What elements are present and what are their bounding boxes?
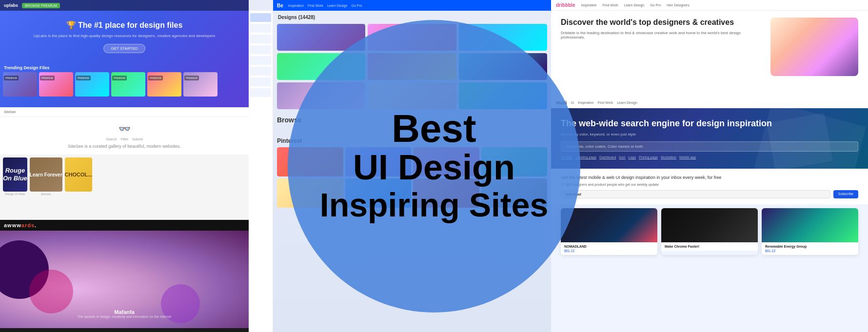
behance-nav-inspiration[interactable]: Inspiration [288, 4, 304, 7]
sitesee-gallery: RougeOn Blue Rouge On Blue Learn Forever… [0, 155, 249, 201]
glasses-icon: 👓 [10, 123, 239, 135]
sitesee-thumb-rouge[interactable]: RougeOn Blue Rouge On Blue [3, 157, 27, 195]
panel-left: uplabs BROWSE PREMIUM 🏆 The #1 place for… [0, 0, 249, 332]
sitesee-search[interactable]: Search [106, 137, 117, 141]
muzli-card[interactable]: Make Chrome Faster! [661, 208, 758, 255]
sitesee-submit[interactable]: Submit [132, 137, 143, 141]
rouge-label: Rouge On Blue [3, 193, 27, 195]
muzli-search-box[interactable]: Keywords, color codes, Color names or bo… [561, 141, 858, 152]
dribbble-nav-hiredesigners[interactable]: Hire Designers [667, 3, 689, 7]
muzli-tag-dashboard[interactable]: Dashboard [599, 156, 616, 159]
sitesee-tagline: SiteSee is a curated gallery of beautifu… [10, 144, 239, 149]
dribbble-nav-inspiration[interactable]: Inspiration [581, 3, 596, 7]
muzli-card-image [661, 208, 758, 242]
behance-nav: Be Inspiration Find Work Learn Design Go… [273, 0, 551, 11]
muzli-card[interactable]: Renewable Energy Group $61.22 [762, 208, 858, 255]
muzli-email-row: Your email Subscribe [561, 190, 858, 198]
panel-right: dribbble Inspiration Find Work Learn Des… [551, 0, 868, 332]
sitesee-header: 👓 Search Filter Submit SiteSee is a cura… [0, 117, 249, 155]
chocol-text: CHOCOL... [65, 172, 93, 177]
screenshot-container: uplabs BROWSE PREMIUM 🏆 The #1 place for… [0, 0, 868, 332]
awwwards-logo: awwwards. [4, 222, 37, 228]
sidebar-item[interactable] [250, 67, 271, 76]
sitesee-search-row: Search Filter Submit [10, 137, 239, 141]
sidebar-item[interactable] [250, 56, 271, 65]
uplabs-card[interactable]: PREMIUM [39, 72, 73, 97]
muzli-card-title: Renewable Energy Group [765, 245, 855, 248]
sidebar-item[interactable] [250, 13, 271, 22]
uplabs-section: uplabs BROWSE PREMIUM 🏆 The #1 place for… [0, 0, 249, 107]
muzli-tag-mobile[interactable]: Mobile app [679, 156, 696, 159]
dribbble-text: Discover the world's top designers & cre… [561, 18, 761, 76]
sidebar-item[interactable] [250, 24, 271, 33]
uplabs-card[interactable]: PREMIUM [111, 72, 145, 97]
card-label: PREMIUM [184, 76, 199, 80]
rouge-on-blue-text: RougeOn Blue [3, 167, 27, 182]
sidebar-item[interactable] [250, 88, 271, 97]
muzli-card-content: NOMADLAND $61.22 [561, 242, 657, 255]
uplabs-hero: 🏆 The #1 place for design files UpLabs i… [0, 11, 249, 58]
muzli-tag-pricing[interactable]: Pricing page [639, 156, 658, 159]
muzli-card-title: NOMADLAND [564, 245, 654, 248]
sitesee-thumb-learn[interactable]: Learn Forever [words] [30, 157, 62, 195]
muzli-tag-logo[interactable]: Logo [629, 156, 636, 159]
muzli-card-image [762, 208, 858, 242]
muzli-nav: Muzli Ui Inspiration Find Work Learn Des… [551, 98, 868, 108]
dribbble-section: dribbble Inspiration Find Work Learn Des… [551, 0, 868, 98]
central-title-inspiring-sites: Inspiring Sites [320, 187, 549, 223]
uplabs-hero-title: 🏆 The #1 place for design files [5, 20, 244, 31]
muzli-subtitle: Search by color, keyword, or even just s… [561, 132, 858, 137]
sidebar-item[interactable] [250, 35, 271, 43]
muzli-email-input[interactable]: Your email [561, 190, 830, 198]
dribbble-nav-learn[interactable]: Learn Design [624, 3, 645, 7]
dribbble-hero: Discover the world's top designers & cre… [551, 11, 868, 83]
uplabs-card[interactable]: PREMIUM [3, 72, 37, 97]
muzli-newsletter: Get the latest mobile & web UI design in… [551, 169, 868, 204]
dribbble-nav-gopro[interactable]: Go Pro [650, 3, 661, 7]
uplabs-card[interactable]: PREMIUM [75, 72, 109, 97]
awwwards-hero: Mafanfa The awards of design, creativity… [0, 231, 249, 328]
dribbble-nav-findwork[interactable]: Find Work [603, 3, 618, 7]
sitesee-filter[interactable]: Filter [120, 137, 128, 141]
uplabs-cards: PREMIUM PREMIUM PREMIUM PREMIUM PREMIUM … [0, 72, 249, 97]
sitesee-row: RougeOn Blue Rouge On Blue Learn Forever… [3, 157, 246, 195]
sidebar-item[interactable] [250, 78, 271, 86]
learn-label: [words] [30, 193, 62, 195]
behance-nav-gopro[interactable]: Go Pro [352, 4, 362, 7]
awwwards-site-name: Mafanfa [0, 309, 249, 315]
dribbble-hero-image [770, 18, 858, 76]
sidebar-item[interactable] [250, 45, 271, 54]
behance-nav-findwork[interactable]: Find Work [308, 4, 323, 7]
dribbble-logo: dribbble [556, 2, 575, 8]
muzli-nav-inspiration[interactable]: Inspiration [578, 101, 593, 104]
muzli-nav-learn[interactable]: Learn Design [617, 101, 637, 104]
uplabs-browse-btn[interactable]: BROWSE PREMIUM [22, 3, 60, 8]
uplabs-get-started-btn[interactable]: GET STARTED [103, 44, 145, 53]
muzli-tag-illustration[interactable]: Illustration [661, 156, 676, 159]
muzli-nav-ui[interactable]: Ui [571, 101, 574, 104]
central-text: Best UI Design Inspiring Sites [310, 99, 558, 233]
learn-text: Learn Forever [30, 172, 62, 177]
uplabs-card[interactable]: PREMIUM [147, 72, 181, 97]
muzli-card-title: Make Chrome Faster! [665, 245, 754, 248]
muzli-subscribe-button[interactable]: Subscribe [833, 190, 858, 198]
card-label: PREMIUM [112, 76, 127, 80]
muzli-card[interactable]: NOMADLAND $61.22 [561, 208, 657, 255]
sitesee-nav: SiteSee [0, 107, 249, 117]
uplabs-nav: uplabs BROWSE PREMIUM [0, 0, 249, 11]
muzli-card-content: Renewable Energy Group $61.22 [762, 242, 858, 255]
muzli-title: The web-wide search engine for design in… [561, 118, 858, 129]
central-overlay: Best UI Design Inspiring Sites [288, 20, 580, 312]
awwwards-tagline: The awards of design, creativity and inn… [0, 315, 249, 318]
muzli-tag-icon[interactable]: Icon [619, 156, 625, 159]
awwwards-section: awwwards. Mafanfa The awards of design, … [0, 220, 249, 332]
central-title-best: Best [320, 109, 549, 148]
uplabs-card[interactable]: PREMIUM [183, 72, 217, 97]
sitesee-thumb-chocol[interactable]: CHOCOL... [65, 157, 93, 195]
behance-nav-learn[interactable]: Learn Design [327, 4, 348, 7]
muzli-hero: The web-wide search engine for design in… [551, 108, 868, 169]
dribbble-subtitle: Dribbble is the leading destination to f… [561, 31, 761, 39]
muzli-nav-findwork[interactable]: Find Work [597, 101, 613, 104]
card-label: PREMIUM [76, 76, 91, 80]
behance-logo: Be [277, 3, 283, 8]
